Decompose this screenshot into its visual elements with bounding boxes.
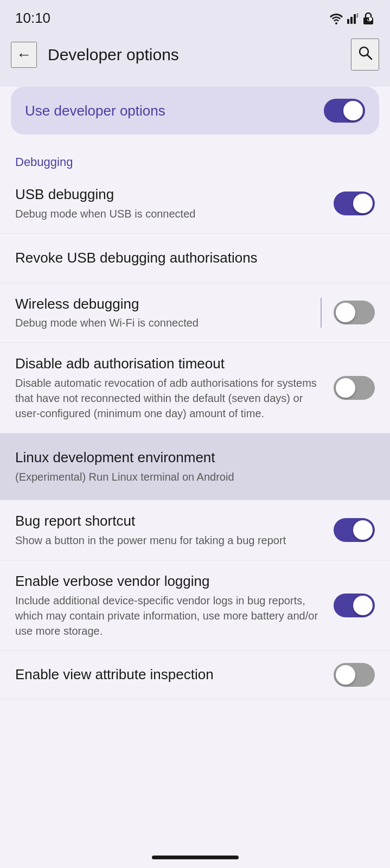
debugging-section-header: Debugging xyxy=(0,144,390,174)
settings-item-subtitle-wireless-debugging: Debug mode when Wi-Fi is connected xyxy=(15,315,310,330)
lock-icon xyxy=(362,12,375,25)
app-bar: ← Developer options xyxy=(0,32,390,77)
status-time: 10:10 xyxy=(15,10,50,27)
back-button[interactable]: ← xyxy=(11,42,37,68)
toggle-usb-debugging[interactable] xyxy=(334,192,375,215)
toggle-wireless-debugging[interactable] xyxy=(334,301,375,324)
svg-point-0 xyxy=(335,22,337,24)
settings-item-text-verbose-logging: Enable verbose vendor loggingInclude add… xyxy=(15,572,334,639)
svg-rect-2 xyxy=(350,17,353,24)
use-developer-options-toggle[interactable] xyxy=(324,99,365,123)
settings-item-subtitle-bug-report: Show a button in the power menu for taki… xyxy=(15,533,323,548)
settings-item-text-wireless-debugging: Wireless debuggingDebug mode when Wi-Fi … xyxy=(15,295,321,331)
signal-icon: R xyxy=(347,12,359,24)
settings-item-usb-debugging[interactable]: USB debuggingDebug mode when USB is conn… xyxy=(0,174,390,234)
toggle-adb-timeout[interactable] xyxy=(334,376,375,400)
search-button[interactable] xyxy=(351,39,379,71)
settings-item-title-verbose-logging: Enable verbose vendor logging xyxy=(15,572,323,591)
settings-item-text-linux-dev: Linux development environment(Experiment… xyxy=(15,449,375,484)
toggle-knob xyxy=(336,303,355,322)
settings-item-title-wireless-debugging: Wireless debugging xyxy=(15,295,310,314)
vertical-divider xyxy=(321,298,322,328)
svg-rect-3 xyxy=(354,14,356,24)
toggle-knob xyxy=(353,194,373,213)
settings-item-subtitle-adb-timeout: Disable automatic revocation of adb auth… xyxy=(15,375,323,421)
wifi-icon xyxy=(329,12,343,24)
settings-item-title-linux-dev: Linux development environment xyxy=(15,449,364,467)
settings-item-divider-wireless-debugging xyxy=(321,298,375,328)
settings-item-verbose-logging[interactable]: Enable verbose vendor loggingInclude add… xyxy=(0,560,390,651)
settings-item-wireless-debugging[interactable]: Wireless debuggingDebug mode when Wi-Fi … xyxy=(0,283,390,343)
toggle-knob xyxy=(343,101,363,120)
settings-item-text-view-attr: Enable view attribute inspection xyxy=(15,666,334,684)
settings-item-view-attr[interactable]: Enable view attribute inspection xyxy=(0,651,390,699)
settings-item-revoke-usb[interactable]: Revoke USB debugging authorisations xyxy=(0,234,390,283)
toggle-verbose-logging[interactable] xyxy=(334,593,375,617)
settings-item-text-adb-timeout: Disable adb authorisation timeoutDisable… xyxy=(15,355,334,421)
toggle-bug-report[interactable] xyxy=(334,518,375,542)
svg-rect-1 xyxy=(347,19,349,24)
toggle-knob xyxy=(336,378,355,398)
status-bar: 10:10 R xyxy=(0,0,390,32)
bottom-nav-indicator xyxy=(152,856,239,859)
settings-item-text-revoke-usb: Revoke USB debugging authorisations xyxy=(15,249,375,267)
use-developer-options-card[interactable]: Use developer options xyxy=(11,87,379,135)
settings-item-subtitle-verbose-logging: Include additional device-specific vendo… xyxy=(15,593,323,639)
settings-item-linux-dev[interactable]: Linux development environment(Experiment… xyxy=(0,433,390,500)
settings-item-title-bug-report: Bug report shortcut xyxy=(15,512,323,531)
svg-line-8 xyxy=(367,55,372,59)
content-area: Use developer options Debugging USB debu… xyxy=(0,87,390,868)
use-developer-options-label: Use developer options xyxy=(25,103,165,119)
settings-item-subtitle-linux-dev: (Experimental) Run Linux terminal on And… xyxy=(15,469,364,484)
page-title: Developer options xyxy=(48,46,340,64)
search-icon xyxy=(356,44,374,61)
settings-item-title-revoke-usb: Revoke USB debugging authorisations xyxy=(15,249,364,267)
settings-item-text-bug-report: Bug report shortcutShow a button in the … xyxy=(15,512,334,548)
toggle-view-attr[interactable] xyxy=(334,663,375,687)
status-icons: R xyxy=(329,12,375,25)
toggle-knob xyxy=(336,665,355,685)
svg-text:R: R xyxy=(356,13,359,19)
settings-list: USB debuggingDebug mode when USB is conn… xyxy=(0,174,390,699)
settings-item-subtitle-usb-debugging: Debug mode when USB is connected xyxy=(15,206,323,221)
toggle-knob xyxy=(353,596,373,615)
settings-item-title-usb-debugging: USB debugging xyxy=(15,186,323,204)
settings-item-text-usb-debugging: USB debuggingDebug mode when USB is conn… xyxy=(15,186,334,221)
toggle-knob xyxy=(353,520,373,540)
settings-item-title-view-attr: Enable view attribute inspection xyxy=(15,666,323,684)
settings-item-title-adb-timeout: Disable adb authorisation timeout xyxy=(15,355,323,373)
settings-item-bug-report[interactable]: Bug report shortcutShow a button in the … xyxy=(0,500,390,560)
settings-item-adb-timeout[interactable]: Disable adb authorisation timeoutDisable… xyxy=(0,343,390,433)
